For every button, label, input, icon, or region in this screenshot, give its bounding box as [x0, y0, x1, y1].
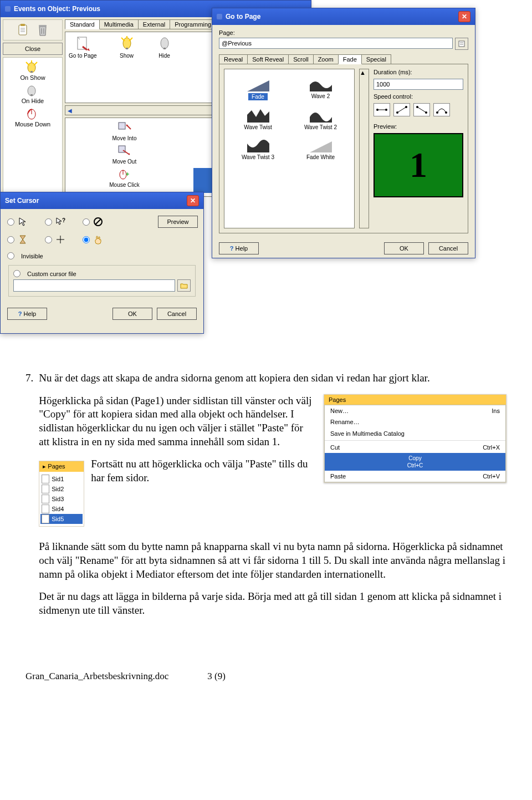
tab-multimedia[interactable]: Multimedia	[99, 19, 139, 29]
transition-fade-white[interactable]: Fade White	[291, 135, 350, 160]
action-mouse-click[interactable]: Mouse Click	[69, 168, 180, 193]
page-item-sid2[interactable]: Sid2	[40, 484, 83, 494]
action-hide[interactable]: Hide	[157, 35, 172, 59]
svg-rect-1	[21, 24, 25, 26]
transition-wave-twist3[interactable]: Wave Twist 3	[229, 135, 287, 160]
svg-point-48	[436, 111, 438, 114]
transition-wave2[interactable]: Wave 2	[291, 74, 350, 100]
menu-copy[interactable]: CopyCtrl+C	[325, 453, 505, 471]
tab-special[interactable]: Special	[361, 54, 391, 64]
speed-label: Speed control:	[374, 93, 463, 100]
cursor-ok-button[interactable]: OK	[112, 308, 152, 320]
event-on-hide[interactable]: On Hide	[6, 83, 60, 104]
speed-easeinout-icon[interactable]	[433, 103, 450, 116]
page-input[interactable]	[219, 38, 453, 49]
svg-point-45	[405, 106, 407, 108]
context-menu: New…Ins Rename… Save in Multimedia Catal…	[324, 405, 506, 482]
menu-save-catalog[interactable]: Save in Multimedia Catalog	[325, 428, 505, 439]
menu-cut[interactable]: CutCtrl+X	[325, 442, 505, 453]
svg-marker-14	[87, 48, 90, 51]
cursor-custom-option[interactable]: Custom cursor file	[13, 270, 191, 277]
svg-line-52	[95, 219, 101, 225]
goto-help-button[interactable]: ? Help	[219, 242, 259, 254]
cursor-help-option[interactable]: ?	[45, 217, 78, 227]
speed-linear-icon[interactable]	[374, 103, 390, 116]
custom-cursor-input[interactable]	[13, 279, 175, 292]
menu-rename[interactable]: Rename…	[325, 416, 505, 427]
duration-input[interactable]	[374, 79, 463, 90]
speed-easein-icon[interactable]	[393, 103, 410, 116]
transition-fade[interactable]: Fade	[229, 74, 287, 100]
cursor-cross-option[interactable]	[45, 235, 78, 244]
browse-file-button[interactable]	[177, 279, 191, 292]
close-icon[interactable]: ✕	[458, 11, 470, 22]
transition-wave-twist[interactable]: Wave Twist	[229, 105, 287, 130]
transition-scrollbar[interactable]: ▲	[359, 69, 369, 228]
clipboard-icon[interactable]	[15, 22, 30, 38]
cursor-wait-option[interactable]	[7, 235, 40, 244]
speed-control[interactable]	[374, 103, 463, 116]
page-label: Page:	[219, 29, 468, 36]
tab-external[interactable]: External	[138, 19, 170, 29]
events-toolbar	[3, 19, 63, 40]
context-menu-screenshot: Pages New…Ins Rename… Save in Multimedia…	[324, 394, 507, 483]
tab-fade[interactable]: Fade	[338, 54, 362, 64]
footer-filename: Gran_Canaria_Arbetsbeskrivning.doc	[25, 671, 168, 682]
goto-ok-button[interactable]: OK	[384, 242, 424, 254]
goto-title-text: Go to Page	[226, 13, 260, 21]
action-show[interactable]: Show	[119, 35, 135, 59]
preview-label: Preview:	[374, 123, 463, 130]
cursor-cancel-button[interactable]: Cancel	[157, 308, 197, 320]
action-move-out[interactable]: Move Out	[69, 145, 180, 165]
transition-list[interactable]: Fade Wave 2 Wave Twist Wave Twist 2	[224, 69, 355, 228]
cursor-no-option[interactable]	[83, 217, 116, 227]
duration-label: Duration (ms):	[374, 69, 463, 75]
cursor-title-text: Set Cursor	[5, 197, 39, 205]
tab-zoom[interactable]: Zoom	[313, 54, 339, 64]
goto-window-icon	[217, 14, 222, 19]
svg-rect-30	[459, 41, 464, 47]
page-item-sid1[interactable]: Sid1	[40, 474, 83, 484]
action-move-into[interactable]: Move Into	[69, 121, 180, 141]
svg-rect-18	[163, 48, 166, 49]
cursor-invisible-option[interactable]: Invisible	[7, 252, 197, 259]
menu-paste[interactable]: PasteCtrl+V	[325, 471, 505, 482]
events-list[interactable]: On Show On Hide Mouse Down	[3, 57, 63, 197]
svg-text:?: ?	[62, 217, 65, 223]
event-mouse-down[interactable]: Mouse Down	[6, 106, 60, 128]
transition-wave-twist2[interactable]: Wave Twist 2	[291, 105, 350, 130]
cursor-arrow-option[interactable]	[7, 217, 40, 227]
svg-point-15	[123, 38, 131, 49]
page-item-sid3[interactable]: Sid3	[40, 494, 83, 504]
svg-point-17	[161, 38, 168, 49]
svg-rect-9	[30, 71, 33, 73]
action-go-to-page[interactable]: Go to Page	[69, 35, 97, 59]
menu-new[interactable]: New…Ins	[325, 405, 505, 416]
tab-standard[interactable]: Standard	[65, 19, 100, 29]
cursor-help-button[interactable]: ? Help	[7, 308, 47, 320]
trash-icon[interactable]	[35, 22, 50, 38]
preview-display: 1	[374, 133, 463, 197]
close-icon[interactable]: ✕	[187, 195, 199, 206]
svg-rect-11	[30, 94, 33, 96]
doc-p4: På liknande sätt som du bytte namn på kn…	[39, 540, 507, 581]
set-cursor-dialog: Set Cursor ✕ ? Preview Invisible Custom …	[0, 192, 204, 334]
tab-scroll[interactable]: Scroll	[288, 54, 314, 64]
goto-cancel-button[interactable]: Cancel	[428, 242, 468, 254]
svg-point-49	[445, 111, 447, 114]
events-close-button[interactable]: Close	[3, 43, 63, 55]
goto-titlebar[interactable]: Go to Page ✕	[212, 8, 475, 25]
tab-soft-reveal[interactable]: Soft Reveal	[247, 54, 289, 64]
cursor-hand-option[interactable]	[83, 235, 116, 244]
event-on-show[interactable]: On Show	[6, 60, 60, 81]
page-item-sid4[interactable]: Sid4	[40, 504, 83, 514]
svg-point-46	[416, 106, 418, 108]
page-item-sid5[interactable]: Sid5	[40, 514, 83, 524]
cursor-preview-button[interactable]: Preview	[158, 216, 198, 228]
tab-programming[interactable]: Programming	[170, 19, 216, 29]
cursor-titlebar[interactable]: Set Cursor ✕	[1, 192, 203, 209]
page-browse-button[interactable]	[455, 38, 468, 50]
speed-easeout-icon[interactable]	[413, 103, 430, 116]
events-title-text: Events on Object: Previous	[14, 5, 100, 13]
tab-reveal[interactable]: Reveal	[219, 54, 248, 64]
